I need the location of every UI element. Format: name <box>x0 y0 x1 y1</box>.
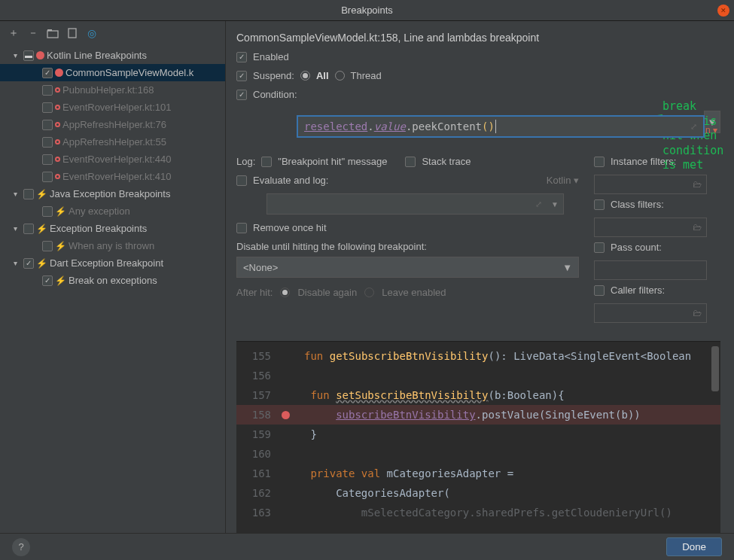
code-preview: 155156157158159160161162163 fun getSubsc… <box>236 341 720 533</box>
expand-icon[interactable]: ⤢ <box>535 199 542 209</box>
checkbox[interactable] <box>42 154 53 165</box>
checkbox[interactable] <box>42 68 53 78</box>
caller-filter-input[interactable]: 🗁 <box>594 303 707 323</box>
tree-item[interactable]: EventRoverHelper.kt:410 <box>0 168 225 185</box>
eval-input[interactable]: ⤢ ▼ <box>266 193 564 215</box>
checkbox[interactable] <box>23 258 34 269</box>
class-filter-input[interactable]: 🗁 <box>594 218 707 237</box>
condition-input[interactable]: reselected.value.peekContent() ⤢ <box>297 115 705 138</box>
checkbox[interactable] <box>42 85 53 96</box>
tree-item-label: EventRoverHelper.kt:410 <box>62 171 172 182</box>
checkbox[interactable] <box>42 275 53 286</box>
after-leave-radio[interactable] <box>364 288 374 297</box>
tree-item-label: CommonSampleViewModel.k <box>65 67 193 78</box>
breakpoint-details: CommonSampleViewModel.kt:158, Line and l… <box>226 21 734 533</box>
tree-item[interactable]: PubnubHelper.kt:168 <box>0 81 225 99</box>
breakpoint-tree: ▾ ▬ Kotlin Line Breakpoints CommonSample… <box>0 45 225 533</box>
exception-icon: ⚡ <box>55 241 66 251</box>
line-number-gutter: 155156157158159160161162163 <box>236 342 282 522</box>
log-stack-label: Stack trace <box>422 156 471 167</box>
exception-icon: ⚡ <box>36 189 47 199</box>
pass-count-checkbox[interactable] <box>594 242 605 253</box>
remove-once-checkbox[interactable] <box>236 223 247 233</box>
browse-icon[interactable]: 🗁 <box>693 179 702 190</box>
done-button[interactable]: Done <box>666 537 722 556</box>
checkbox[interactable] <box>23 189 34 199</box>
svg-rect-1 <box>47 29 52 31</box>
add-icon[interactable]: ＋ <box>8 27 20 39</box>
exception-icon: ⚡ <box>55 206 66 217</box>
breakpoint-disabled-icon <box>55 174 60 179</box>
browse-icon[interactable]: 🗁 <box>693 308 702 318</box>
enabled-checkbox[interactable] <box>236 52 247 62</box>
breakpoint-disabled-icon <box>55 157 60 162</box>
checkbox[interactable] <box>42 102 53 113</box>
after-disable-radio[interactable] <box>280 288 290 297</box>
tree-group-exc[interactable]: ▾ ⚡ Exception Breakpoints <box>0 220 225 237</box>
help-button[interactable]: ? <box>12 538 30 556</box>
breakpoint-disabled-icon <box>55 139 60 145</box>
eval-lang-label[interactable]: Kotlin ▾ <box>547 175 579 186</box>
dialog-footer: ? Done <box>0 533 734 560</box>
tree-item[interactable]: ⚡Any exception <box>0 202 225 220</box>
checkbox[interactable] <box>42 137 53 148</box>
suspend-all-radio[interactable] <box>300 71 310 81</box>
suspend-thread-radio[interactable] <box>335 71 345 81</box>
log-stack-checkbox[interactable] <box>405 157 416 167</box>
group-by-file-icon[interactable] <box>66 27 78 39</box>
instance-filter-input[interactable]: 🗁 <box>594 175 707 194</box>
tree-group-label: Dart Exception Breakpoint <box>50 257 163 269</box>
checkbox[interactable] <box>42 120 53 130</box>
suspend-checkbox[interactable] <box>236 71 247 81</box>
checkbox[interactable] <box>23 224 34 234</box>
tree-item[interactable]: AppRefreshHelper.kt:76 <box>0 116 225 133</box>
title-bar: Breakpoints ✕ <box>0 0 734 21</box>
disable-until-label: Disable until hitting the following brea… <box>236 241 579 252</box>
view-options-icon[interactable]: ◎ <box>86 27 98 39</box>
checkbox[interactable] <box>42 172 53 182</box>
checkbox[interactable] <box>42 206 53 217</box>
breakpoint-disabled-icon <box>55 87 60 93</box>
browse-icon[interactable]: 🗁 <box>693 222 702 233</box>
group-by-package-icon[interactable] <box>47 27 59 39</box>
expand-icon[interactable]: ⤢ <box>690 122 697 132</box>
history-dropdown-icon[interactable]: ▼ <box>551 200 559 208</box>
breakpoint-gutter-icon[interactable] <box>282 411 290 419</box>
exception-icon: ⚡ <box>36 258 47 269</box>
tree-item[interactable]: EventRoverHelper.kt:440 <box>0 151 225 168</box>
tree-item-label: AppRefreshHelper.kt:55 <box>62 136 166 148</box>
tree-group-java-exc[interactable]: ▾ ⚡ Java Exception Breakpoints <box>0 185 225 202</box>
checkbox[interactable]: ▬ <box>23 50 34 61</box>
remove-once-label: Remove once hit <box>253 222 327 233</box>
dialog-title: Breakpoints <box>341 5 393 16</box>
checkbox[interactable] <box>42 241 53 251</box>
log-section-label: Log: <box>236 156 255 167</box>
tree-group-kotlin[interactable]: ▾ ▬ Kotlin Line Breakpoints <box>0 47 225 64</box>
after-disable-label: Disable again <box>297 287 357 298</box>
exception-icon: ⚡ <box>55 275 66 286</box>
tree-item[interactable]: ⚡Break on exceptions <box>0 272 225 289</box>
pass-count-input[interactable] <box>594 260 707 280</box>
tree-group-dart[interactable]: ▾ ⚡ Dart Exception Breakpoint <box>0 254 225 272</box>
condition-checkbox[interactable] <box>236 90 247 100</box>
caller-filter-checkbox[interactable] <box>594 285 605 296</box>
disable-until-select[interactable]: <None>▼ <box>236 257 579 278</box>
suspend-thread-label: Thread <box>351 70 382 81</box>
class-filter-checkbox[interactable] <box>594 199 605 210</box>
close-icon[interactable]: ✕ <box>717 5 729 17</box>
tree-item[interactable]: EventRoverHelper.kt:101 <box>0 99 225 116</box>
eval-checkbox[interactable] <box>236 175 247 186</box>
log-bphit-checkbox[interactable] <box>261 157 272 167</box>
suspend-all-label: All <box>316 70 329 81</box>
caller-filter-label: Caller filters: <box>611 285 665 296</box>
scrollbar[interactable] <box>711 346 719 391</box>
instance-filter-checkbox[interactable] <box>594 157 605 167</box>
tree-item[interactable]: AppRefreshHelper.kt:55 <box>0 133 225 151</box>
tree-item[interactable]: ⚡When any is thrown <box>0 237 225 254</box>
details-title: CommonSampleViewModel.kt:158, Line and l… <box>236 32 720 44</box>
enabled-label: Enabled <box>253 51 289 62</box>
tree-item[interactable]: CommonSampleViewModel.k <box>0 64 225 81</box>
remove-icon[interactable]: － <box>27 27 39 39</box>
breakpoint-disabled-icon <box>55 105 60 110</box>
tree-item-label: AppRefreshHelper.kt:76 <box>62 119 166 130</box>
